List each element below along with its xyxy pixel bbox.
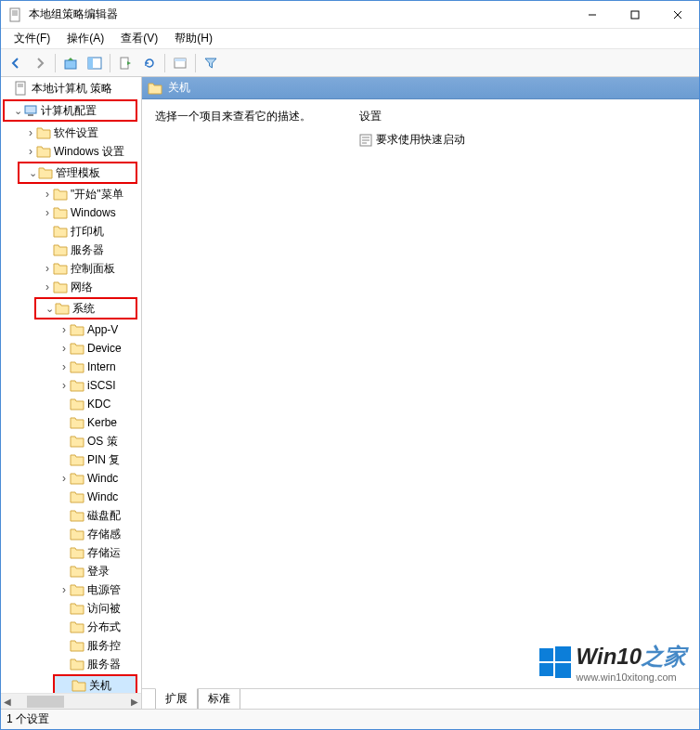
- scroll-left-icon[interactable]: ◀: [1, 697, 14, 707]
- svg-rect-9: [25, 106, 36, 113]
- detail-tabs: 扩展 标准: [142, 688, 699, 709]
- expand-icon[interactable]: [58, 583, 70, 596]
- column-header-setting[interactable]: 设置: [359, 109, 686, 124]
- tree-control-panel[interactable]: 控制面板: [1, 259, 141, 278]
- tree-windc1[interactable]: Windc: [1, 469, 141, 488]
- expand-icon[interactable]: [42, 206, 53, 219]
- expand-icon[interactable]: [42, 188, 53, 201]
- expand-icon[interactable]: [58, 472, 70, 485]
- detail-pane: 关机 选择一个项目来查看它的描述。 设置 要求使用快速启动 扩展 标准: [142, 77, 699, 709]
- svg-rect-7: [175, 59, 186, 61]
- expand-icon[interactable]: [58, 379, 70, 392]
- folder-icon: [55, 301, 70, 316]
- scroll-thumb[interactable]: [27, 696, 64, 708]
- folder-icon: [70, 619, 84, 634]
- tree-storage-sense[interactable]: 存储感: [1, 525, 141, 543]
- expand-icon[interactable]: [25, 145, 36, 158]
- svg-rect-8: [16, 82, 25, 95]
- folder-icon: [70, 564, 84, 579]
- tree-printers[interactable]: 打印机: [1, 222, 141, 241]
- expand-icon[interactable]: [58, 360, 70, 373]
- tree-server[interactable]: 服务器: [1, 241, 141, 259]
- folder-icon: [53, 242, 68, 257]
- tree-windows-settings[interactable]: Windows 设置: [1, 142, 141, 161]
- computer-icon: [23, 103, 38, 118]
- forward-button[interactable]: [29, 52, 51, 74]
- refresh-button[interactable]: [138, 52, 161, 74]
- toolbar-separator: [55, 54, 56, 72]
- tree-power-mgmt[interactable]: 电源管: [1, 580, 141, 599]
- svg-rect-2: [65, 60, 76, 69]
- tree-software-settings[interactable]: 软件设置: [1, 124, 141, 142]
- tree-system[interactable]: 系统: [36, 299, 136, 318]
- export-button[interactable]: [114, 52, 136, 74]
- expand-icon[interactable]: [44, 303, 55, 315]
- expand-icon[interactable]: [12, 105, 23, 117]
- tree-device[interactable]: Device: [1, 339, 141, 358]
- toolbar-separator: [164, 54, 165, 72]
- tree-server-mgr[interactable]: 服务控: [1, 636, 141, 655]
- tree-root[interactable]: 本地计算机 策略: [1, 79, 141, 98]
- tree-service-mgmt[interactable]: 服务器: [1, 655, 141, 673]
- svg-rect-10: [28, 114, 33, 116]
- tree-storage-health[interactable]: 存储运: [1, 543, 141, 562]
- folder-icon: [53, 280, 68, 294]
- show-hide-tree-button[interactable]: [84, 52, 106, 74]
- filter-button[interactable]: [200, 52, 222, 74]
- folder-icon: [36, 144, 51, 159]
- tree-network[interactable]: 网络: [1, 278, 141, 296]
- folder-icon: [70, 434, 84, 449]
- folder-icon: [70, 657, 84, 671]
- tree-kdc[interactable]: KDC: [1, 395, 141, 413]
- tab-standard[interactable]: 标准: [198, 689, 240, 709]
- folder-icon: [70, 341, 84, 356]
- properties-button[interactable]: [169, 52, 191, 74]
- detail-description: 选择一个项目来查看它的描述。: [155, 109, 322, 679]
- tree-computer-config[interactable]: 计算机配置: [5, 101, 136, 120]
- menu-action[interactable]: 操作(A): [59, 29, 111, 48]
- tree-distributed[interactable]: 分布式: [1, 618, 141, 636]
- tree-windc2[interactable]: Windc: [1, 488, 141, 506]
- maximize-button[interactable]: [614, 1, 656, 28]
- tree-windows-components[interactable]: Windows: [1, 203, 141, 222]
- folder-icon: [53, 261, 68, 276]
- tree-appv[interactable]: App-V: [1, 320, 141, 339]
- folder-icon: [70, 322, 84, 337]
- folder-icon: [70, 359, 84, 374]
- expand-icon[interactable]: [42, 280, 53, 293]
- tree-kerberos[interactable]: Kerbe: [1, 413, 141, 432]
- up-button[interactable]: [59, 52, 82, 74]
- tree-admin-templates[interactable]: 管理模板: [19, 163, 136, 182]
- scroll-right-icon[interactable]: ▶: [128, 697, 141, 707]
- tree-logon[interactable]: 登录: [1, 562, 141, 580]
- tree-os-policy[interactable]: OS 策: [1, 432, 141, 450]
- tab-extended[interactable]: 扩展: [155, 688, 198, 709]
- folder-icon: [70, 582, 84, 597]
- folder-icon: [70, 452, 84, 467]
- tree-start-menu[interactable]: "开始"菜单: [1, 185, 141, 203]
- expand-icon[interactable]: [25, 126, 36, 139]
- tree-iscsi[interactable]: iSCSI: [1, 376, 141, 395]
- svg-rect-5: [121, 58, 128, 69]
- expand-icon[interactable]: [58, 323, 70, 336]
- tree-pane: 本地计算机 策略 计算机配置 软件设置 Wi: [1, 77, 142, 709]
- back-button[interactable]: [5, 52, 27, 74]
- tree-pin-recovery[interactable]: PIN 复: [1, 450, 141, 469]
- expand-icon[interactable]: [27, 167, 38, 179]
- minimize-button[interactable]: [571, 1, 614, 28]
- folder-icon: [53, 187, 68, 202]
- tree-disk-quota[interactable]: 磁盘配: [1, 506, 141, 525]
- expand-icon[interactable]: [58, 342, 70, 355]
- menu-help[interactable]: 帮助(H): [167, 29, 220, 48]
- setting-item[interactable]: 要求使用快速启动: [359, 132, 686, 148]
- window-title: 本地组策略编辑器: [29, 7, 571, 22]
- close-button[interactable]: [656, 1, 699, 28]
- menu-file[interactable]: 文件(F): [6, 29, 58, 48]
- tree-shutdown[interactable]: 关机: [55, 676, 136, 693]
- title-bar: 本地组策略编辑器: [1, 1, 699, 29]
- tree-internet[interactable]: Intern: [1, 358, 141, 376]
- expand-icon[interactable]: [42, 262, 53, 275]
- tree-horizontal-scrollbar[interactable]: ◀ ▶: [1, 693, 141, 709]
- menu-view[interactable]: 查看(V): [113, 29, 165, 48]
- tree-access-denied[interactable]: 访问被: [1, 599, 141, 618]
